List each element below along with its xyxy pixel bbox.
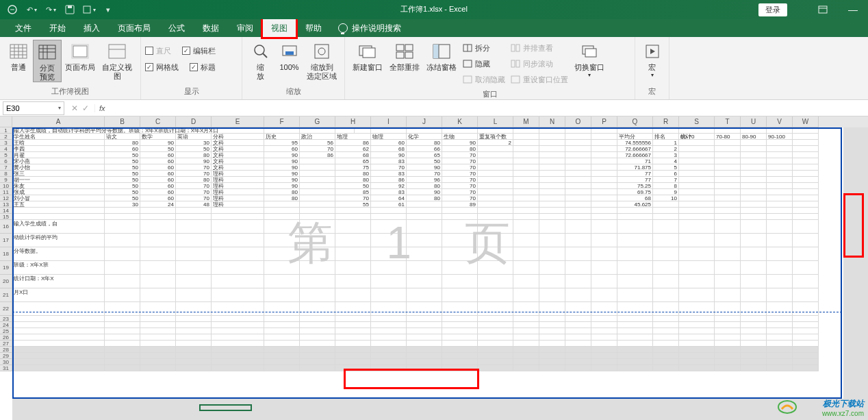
hide-button[interactable]: 隐藏 xyxy=(463,57,505,71)
reset-pos-button: 重设窗口位置 xyxy=(511,73,568,86)
group-label-zoom: 缩放 xyxy=(242,85,344,99)
site-watermark: 极光下载站 www.xz7.com xyxy=(822,398,864,417)
freeze-panes-button[interactable]: 冻结窗格 xyxy=(423,40,460,72)
tab-help[interactable]: 帮助 xyxy=(297,19,330,37)
svg-rect-47 xyxy=(585,49,596,57)
split-button[interactable]: 拆分 xyxy=(463,41,505,55)
group-label-window: 窗口 xyxy=(345,88,635,102)
zoom-button[interactable]: 缩 放 xyxy=(246,40,275,81)
svg-rect-29 xyxy=(363,48,375,58)
qat-preview-icon[interactable] xyxy=(81,2,97,17)
svg-rect-42 xyxy=(516,45,520,51)
view-side-button: 并排查看 xyxy=(511,41,568,55)
zoom-100-button[interactable]: 100% xyxy=(275,40,304,72)
qat-undo-icon[interactable]: ↶ xyxy=(23,2,40,17)
svg-rect-32 xyxy=(396,52,404,58)
group-label-show: 显示 xyxy=(141,85,242,99)
svg-rect-43 xyxy=(511,60,515,67)
svg-point-27 xyxy=(318,48,325,55)
tab-formula[interactable]: 公式 xyxy=(160,19,193,37)
arrange-all-button[interactable]: 全部重排 xyxy=(386,40,423,72)
group-label-views: 工作簿视图 xyxy=(0,85,140,99)
svg-rect-30 xyxy=(396,45,404,51)
formula-bar: E30 ✕ ✓ fx xyxy=(0,100,868,116)
title-bar: ↶ ↷ ▾ 工作簿1.xlsx - Excel 登录 — xyxy=(0,0,868,19)
cancel-icon: ✕ xyxy=(71,103,78,113)
tell-me[interactable]: 操作说明搜索 xyxy=(338,19,401,37)
formula-input[interactable] xyxy=(110,101,868,115)
normal-view-button[interactable]: 普通 xyxy=(4,40,33,72)
svg-line-23 xyxy=(263,53,267,58)
headings-checkbox[interactable]: ✓标题 xyxy=(190,60,216,74)
svg-rect-3 xyxy=(84,6,90,13)
svg-point-50 xyxy=(778,401,796,413)
window-title: 工作簿1.xlsx - Excel xyxy=(400,4,468,14)
svg-rect-44 xyxy=(516,60,520,67)
formulabar-checkbox[interactable]: ✓编辑栏 xyxy=(182,44,216,58)
tab-data[interactable]: 数据 xyxy=(194,19,227,37)
select-all-corner[interactable] xyxy=(0,116,12,127)
tab-layout[interactable]: 页面布局 xyxy=(110,19,159,37)
svg-rect-31 xyxy=(405,45,413,51)
name-box[interactable]: E30 xyxy=(3,101,64,115)
qat-save-icon[interactable] xyxy=(62,2,78,17)
bulb-icon xyxy=(338,23,348,33)
cell-area[interactable]: 输入学生成绩，自动统计学科的平均分等数据。班级：X年X班统计日期：X年X月X日学… xyxy=(12,127,868,420)
custom-views-button[interactable]: 自定义视图 xyxy=(99,40,136,81)
enter-icon: ✓ xyxy=(82,103,89,113)
svg-rect-2 xyxy=(68,5,72,8)
svg-rect-41 xyxy=(511,45,515,51)
sync-scroll-button: 同步滚动 xyxy=(511,57,568,71)
svg-marker-49 xyxy=(650,49,655,54)
svg-rect-33 xyxy=(405,52,413,58)
fx-icon[interactable]: fx xyxy=(94,104,110,112)
row-headers[interactable]: 1234567891011121314151617181920212223242… xyxy=(0,127,12,371)
gridlines-checkbox[interactable]: ✓网格线 xyxy=(145,60,179,74)
svg-point-22 xyxy=(255,45,264,55)
qat-redo-icon[interactable]: ↷ xyxy=(42,2,59,17)
tab-file[interactable]: 文件 xyxy=(7,19,40,37)
column-headers[interactable]: ABCDEFGHIJKLMNOPQRSTUVW xyxy=(12,116,868,127)
tab-insert[interactable]: 插入 xyxy=(75,19,108,37)
svg-rect-20 xyxy=(109,45,125,58)
site-logo-icon xyxy=(778,399,797,415)
svg-rect-18 xyxy=(73,46,87,57)
new-window-button[interactable]: 新建窗口 xyxy=(349,40,386,72)
svg-rect-39 xyxy=(463,60,472,67)
svg-rect-40 xyxy=(463,76,472,83)
svg-rect-45 xyxy=(511,76,520,83)
svg-rect-26 xyxy=(315,45,329,58)
svg-rect-35 xyxy=(433,45,439,58)
ribbon-tabs: 文件 开始 插入 页面布局 公式 数据 审阅 视图 帮助 操作说明搜索 xyxy=(0,19,868,37)
gray-area-bottom xyxy=(12,399,868,420)
tab-review[interactable]: 审阅 xyxy=(229,19,261,37)
tab-home[interactable]: 开始 xyxy=(41,19,74,37)
svg-rect-4 xyxy=(819,6,827,13)
group-label-macro: 宏 xyxy=(635,85,669,99)
qat-customize-icon[interactable]: ▾ xyxy=(100,2,116,17)
ribbon-display-icon[interactable] xyxy=(808,0,838,19)
pagebreak-preview-button[interactable]: 分页 预览 xyxy=(33,40,62,82)
login-button[interactable]: 登录 xyxy=(758,3,787,16)
switch-windows-button[interactable]: 切换窗口 ▾ xyxy=(571,40,608,79)
tab-view[interactable]: 视图 xyxy=(263,19,296,37)
spreadsheet-grid[interactable]: ABCDEFGHIJKLMNOPQRSTUVW 1234567891011121… xyxy=(0,116,868,420)
zoom-selection-button[interactable]: 缩放到 选定区域 xyxy=(303,40,340,81)
svg-rect-25 xyxy=(285,51,294,55)
ribbon: 普通 分页 预览 页面布局 自定义视图 工作簿视图 直尺 ✓编辑栏 xyxy=(0,37,868,100)
tell-me-label: 操作说明搜索 xyxy=(352,23,401,34)
ruler-checkbox: 直尺 xyxy=(145,44,171,58)
qat-autosave-icon[interactable] xyxy=(4,2,21,17)
minimize-button[interactable]: — xyxy=(838,0,868,19)
page-layout-button[interactable]: 页面布局 xyxy=(62,40,99,72)
macros-button[interactable]: 宏 ▾ xyxy=(639,40,665,79)
unhide-button: 取消隐藏 xyxy=(463,73,505,86)
gray-area-right xyxy=(843,127,868,420)
